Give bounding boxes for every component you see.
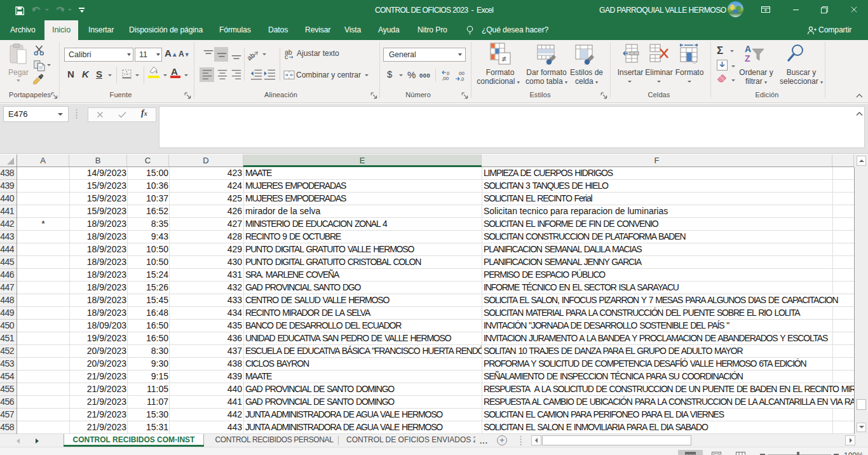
svg-text:,0: ,0 [460, 76, 464, 81]
svg-text:A: A [745, 44, 751, 54]
svg-text:Z: Z [745, 53, 750, 63]
svg-text:c: c [285, 53, 288, 59]
svg-text:≠: ≠ [502, 54, 506, 64]
svg-text:00: 00 [459, 71, 465, 76]
svg-text:,00: ,00 [442, 76, 449, 81]
